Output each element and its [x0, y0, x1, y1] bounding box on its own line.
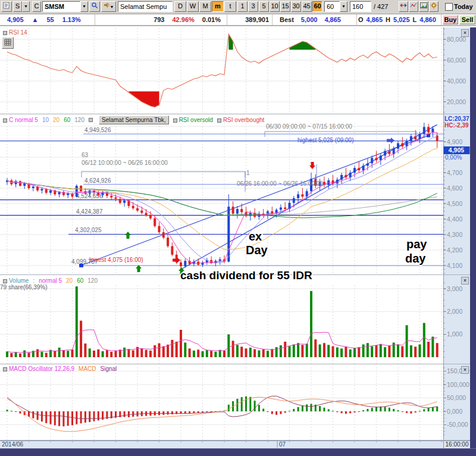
speaker-icon: [104, 2, 110, 8]
order-buttons-cell: Buy Sell: [441, 14, 476, 25]
quote-bar: 4,905 ▲ 55 1.13% 793 42.96% 0.01% 389,90…: [0, 14, 476, 26]
low-value: 4,860: [419, 16, 436, 23]
best-ask: 4,865: [324, 16, 341, 23]
rsi-close-icon[interactable]: x: [461, 29, 469, 37]
quote-volume-cell: 389,901: [227, 14, 273, 25]
search-button[interactable]: [89, 1, 100, 12]
volume-close-icon[interactable]: x: [461, 277, 469, 285]
macd-axis-gutter: [443, 364, 470, 441]
minute-10-button[interactable]: 10: [270, 1, 280, 12]
rsi-panel[interactable]: [0, 27, 443, 114]
stock-name-input[interactable]: Selamat Sempu: [118, 1, 173, 12]
annotation-ex: ex: [249, 230, 262, 243]
stock-name-box[interactable]: Selamat Sempurna Tbk,: [99, 115, 169, 124]
settings-button[interactable]: [429, 1, 439, 12]
ma10-label: 10: [42, 117, 49, 123]
open-value: 4,865: [367, 16, 383, 23]
quote-ohl-cell: O 4,865 H 5,025 L 4,860: [357, 14, 441, 25]
rsi-overbought-label: RSI overbought: [223, 117, 265, 123]
volume-ma120-label: 120: [87, 277, 98, 284]
time-axis-left-label: 2014/06: [2, 441, 23, 448]
rsi-legend-label: RSI 14: [9, 29, 27, 36]
period-month-button[interactable]: M: [199, 1, 211, 12]
lc-label: LC:20,37: [444, 115, 469, 122]
s-dropdown-icon[interactable]: ▼: [22, 1, 30, 12]
minute-60-button[interactable]: 60: [312, 1, 322, 12]
pan-arrows-icon: [400, 2, 407, 8]
open-label: O: [358, 16, 364, 23]
legend-square-icon: [217, 118, 221, 123]
s-button[interactable]: S: [13, 1, 22, 12]
price-change-pct: 1.13%: [62, 16, 81, 23]
minute-15-button[interactable]: 15: [280, 1, 290, 12]
volume-axis-gutter: [443, 275, 470, 364]
time-axis-bar: [0, 441, 476, 448]
legend-square-icon: [89, 118, 93, 122]
trend-line-icon: [410, 2, 417, 8]
snapshot-tool-button[interactable]: [419, 1, 428, 12]
period-day-button[interactable]: D: [174, 1, 186, 12]
high-value: 5,025: [393, 16, 410, 23]
low-label: L: [413, 16, 417, 23]
sound-button[interactable]: ▼: [101, 1, 116, 12]
volume-share-label: 79 share(66,39%): [0, 284, 48, 291]
macd-panel[interactable]: [0, 364, 443, 441]
ma60-label: 60: [64, 117, 70, 123]
price-panel[interactable]: [0, 114, 443, 275]
legend-square-icon: [3, 367, 7, 371]
price-axis-gutter: [443, 114, 470, 275]
period-week-button[interactable]: W: [187, 1, 199, 12]
frequency-value: 793: [154, 16, 164, 23]
bar-total-label: / 427: [374, 1, 400, 12]
symbol-input[interactable]: SMSM: [42, 1, 80, 12]
indicator-tool-button[interactable]: [409, 1, 418, 12]
minute-5-button[interactable]: 5: [259, 1, 269, 12]
quote-best-cell: Best 5,000 4,865: [273, 14, 357, 25]
price-change: 55: [46, 16, 54, 23]
last-price: 4,905: [7, 16, 24, 23]
period-tick-button[interactable]: t: [224, 1, 236, 12]
grid-icon: [4, 39, 11, 46]
today-label: Today: [454, 1, 473, 12]
volume-legend: Volume : normal 5 20 60 120: [3, 277, 98, 284]
quote-last-cell: 4,905 ▲ 55 1.13%: [0, 14, 95, 25]
horizontal-scrollbar[interactable]: [0, 448, 476, 456]
minute-30-button[interactable]: 30: [291, 1, 301, 12]
macd-signal-label: Signal: [101, 366, 117, 372]
period-minute-button[interactable]: m: [212, 1, 224, 12]
annotation-pay: pay: [406, 238, 427, 251]
up-triangle-icon: ▲: [32, 16, 39, 23]
minute-3-button[interactable]: 3: [248, 1, 258, 12]
ma120-label: 120: [74, 117, 84, 123]
right-border-strip: [470, 27, 476, 448]
macd-legend: MACD Oscillator 12,26,9 MACD Signal: [3, 366, 117, 372]
time-axis-right-cell: 16:00:00: [443, 441, 470, 448]
minute-combo[interactable]: 60: [324, 1, 340, 12]
hc-label: HC:-2,39: [444, 122, 469, 129]
sound-dropdown-icon: ▼: [110, 5, 114, 9]
annotation-dividend: cash dividend for 55 IDR: [180, 269, 312, 282]
grid-tool-button[interactable]: [2, 37, 14, 49]
today-checkbox[interactable]: [445, 3, 453, 11]
minute-45-button[interactable]: 45: [302, 1, 312, 12]
c-button[interactable]: C: [32, 1, 41, 12]
best-bid: 5,000: [301, 16, 318, 23]
bar-count-input[interactable]: 160: [350, 1, 371, 12]
image-icon: [420, 2, 427, 8]
macd-close-icon[interactable]: x: [461, 366, 469, 374]
minute-combo-dropdown-icon[interactable]: ▼: [340, 1, 347, 12]
quote-stats-cell: 793 42.96% 0.01%: [95, 14, 227, 25]
volume-panel[interactable]: [0, 275, 443, 364]
app-icon[interactable]: [1, 1, 12, 12]
buy-button[interactable]: Buy: [443, 15, 458, 24]
macd-osc-label: MACD Oscillator 12,26,9: [9, 366, 74, 372]
sell-button[interactable]: Sell: [459, 15, 475, 24]
volume-label: Volume: [9, 277, 29, 284]
volume-ma5-label: normal 5: [39, 277, 62, 284]
macd-line-label: MACD: [79, 366, 96, 372]
symbol-dropdown-icon[interactable]: ▼: [80, 1, 88, 12]
search-icon: [91, 2, 98, 9]
pan-tool-button[interactable]: [399, 1, 408, 12]
minute-1-button[interactable]: 1: [237, 1, 248, 12]
high-label: H: [386, 16, 390, 23]
